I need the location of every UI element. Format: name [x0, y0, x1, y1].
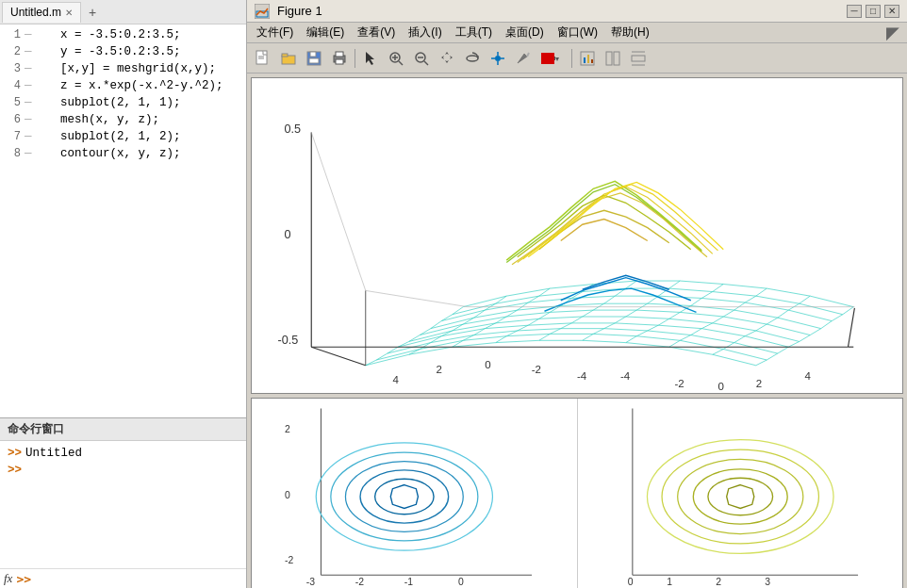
add-tab-button[interactable]: + [83, 3, 102, 22]
svg-text:-4: -4 [620, 370, 631, 382]
code-line-2: 2 — y = -3.5:0.2:3.5; [0, 45, 246, 62]
svg-point-22 [467, 56, 478, 61]
figure-corner-icon: ◤ [886, 23, 899, 43]
menu-window[interactable]: 窗口(W) [552, 23, 603, 42]
toolbar-arrow-btn[interactable] [358, 46, 383, 71]
svg-line-29 [527, 53, 529, 57]
svg-rect-65 [277, 399, 552, 589]
svg-rect-31 [554, 57, 555, 60]
close-button[interactable]: ✕ [884, 5, 899, 18]
cmd-text-1: Untitled [25, 447, 82, 460]
maximize-button[interactable]: □ [866, 5, 881, 18]
toolbar-rotate-btn[interactable] [460, 46, 485, 71]
svg-text:-2: -2 [532, 364, 541, 375]
svg-rect-30 [541, 53, 554, 64]
svg-rect-81 [602, 399, 877, 589]
contour-right-svg: 0 1 2 3 [578, 399, 903, 589]
toolbar-save-btn[interactable] [302, 46, 326, 71]
svg-text:0: 0 [485, 359, 490, 370]
svg-text:4: 4 [393, 374, 400, 385]
svg-text:-3: -3 [306, 576, 315, 586]
toolbar-open-btn[interactable] [276, 46, 301, 71]
menu-view[interactable]: 查看(V) [352, 23, 401, 42]
svg-text:0: 0 [458, 576, 464, 586]
toolbar-show-tools-btn[interactable] [601, 46, 625, 71]
contour-right: 0 1 2 3 [578, 399, 903, 589]
svg-text:4: 4 [805, 370, 812, 382]
fx-icon: fx [4, 571, 12, 586]
code-line-3: 3 — [x,y] = meshgrid(x,y); [0, 62, 246, 79]
subplot-mesh: 0.5 0 -0.5 -4 -2 0 2 4 4 2 0 -2 -4 [251, 77, 903, 394]
tab-close-icon[interactable]: ✕ [65, 8, 73, 18]
svg-rect-11 [336, 52, 343, 57]
minimize-button[interactable]: ─ [847, 5, 862, 18]
svg-text:2: 2 [437, 364, 442, 375]
figure-toolbar [247, 43, 907, 74]
menu-file[interactable]: 文件(F) [251, 23, 299, 42]
window-controls: ─ □ ✕ [847, 5, 899, 18]
toolbar-sep-1 [355, 49, 355, 68]
svg-rect-8 [310, 52, 316, 57]
editor-tabs: Untitled.m ✕ + [0, 0, 246, 24]
code-line-8: 8 — contour(x, y, z); [0, 147, 246, 164]
toolbar-hide-tools-btn[interactable] [626, 46, 651, 71]
figure-window-icon [255, 4, 270, 19]
svg-text:0: 0 [718, 381, 724, 392]
svg-text:-2: -2 [285, 554, 293, 564]
toolbar-zoomout-btn[interactable] [409, 46, 434, 71]
editor-tab-untitled[interactable]: Untitled.m ✕ [2, 2, 81, 23]
menu-tools[interactable]: 工具(T) [450, 23, 498, 42]
toolbar-brush-btn[interactable] [511, 46, 536, 71]
toolbar-datacursor-btn[interactable] [486, 46, 510, 71]
menu-edit[interactable]: 编辑(E) [301, 23, 350, 42]
cmd-window-header: 命令行窗口 [0, 418, 246, 441]
cmd-prompt-2: >> [8, 464, 22, 477]
contour-left: 2 0 -2 -3 -2 -1 0 [252, 399, 578, 589]
cmd-fx-area: fx >> [0, 568, 246, 588]
menu-help[interactable]: 帮助(H) [605, 23, 655, 42]
svg-text:0: 0 [285, 228, 291, 241]
cmd-line-1: >> Untitled [8, 445, 239, 462]
toolbar-zoomin-btn[interactable] [384, 46, 408, 71]
svg-line-19 [424, 61, 428, 65]
code-editor[interactable]: 1 — x = -3.5:0.2:3.5; 2 — y = -3.5:0.2:3… [0, 24, 246, 417]
toolbar-editplot-btn[interactable] [575, 46, 600, 71]
cmd-prompt-1: >> [8, 447, 22, 460]
svg-rect-6 [282, 54, 288, 57]
svg-point-24 [495, 56, 501, 61]
svg-text:-2: -2 [675, 378, 684, 389]
svg-rect-2 [256, 51, 267, 64]
figure-title: Figure 1 [277, 4, 322, 18]
toolbar-new-btn[interactable] [251, 46, 275, 71]
svg-text:0: 0 [285, 490, 290, 500]
cmd-content[interactable]: >> Untitled >> [0, 441, 246, 568]
command-window: 命令行窗口 >> Untitled >> fx >> [0, 418, 246, 588]
code-line-6: 6 — mesh(x, y, z); [0, 113, 246, 130]
subplot-contour: 2 0 -2 -3 -2 -1 0 [251, 398, 903, 589]
code-line-4: 4 — z = x.*exp(-x.^2-y.^2); [0, 79, 246, 96]
svg-rect-37 [606, 52, 612, 65]
svg-marker-21 [441, 52, 453, 63]
menu-insert[interactable]: 插入(I) [403, 23, 447, 42]
svg-text:2: 2 [285, 424, 290, 434]
left-panel: Untitled.m ✕ + 1 — x = -3.5:0.2:3.5; 2 —… [0, 0, 247, 588]
figure-menubar: 文件(F) 编辑(E) 查看(V) 插入(I) 工具(T) 桌面(D) 窗口(W… [247, 23, 907, 43]
mesh-plot-svg: 0.5 0 -0.5 -4 -2 0 2 4 4 2 0 -2 -4 [252, 78, 902, 393]
svg-rect-42 [252, 78, 902, 393]
code-line-7: 7 — subplot(2, 1, 2); [0, 130, 246, 147]
code-line-5: 5 — subplot(2, 1, 1); [0, 96, 246, 113]
svg-rect-9 [309, 58, 319, 63]
plot-area: 0.5 0 -0.5 -4 -2 0 2 4 4 2 0 -2 -4 [247, 74, 907, 588]
toolbar-color-btn[interactable] [536, 46, 569, 71]
svg-rect-12 [336, 59, 343, 64]
figure-titlebar: Figure 1 ─ □ ✕ [247, 0, 907, 23]
svg-text:-2: -2 [355, 576, 364, 586]
toolbar-pan-btn[interactable] [435, 46, 459, 71]
svg-line-15 [399, 61, 403, 65]
toolbar-sep-2 [571, 49, 572, 68]
svg-text:2: 2 [716, 576, 721, 586]
svg-text:-1: -1 [404, 576, 413, 586]
menu-desktop[interactable]: 桌面(D) [500, 23, 550, 42]
toolbar-print-btn[interactable] [327, 46, 352, 71]
svg-text:-4: -4 [577, 370, 587, 382]
